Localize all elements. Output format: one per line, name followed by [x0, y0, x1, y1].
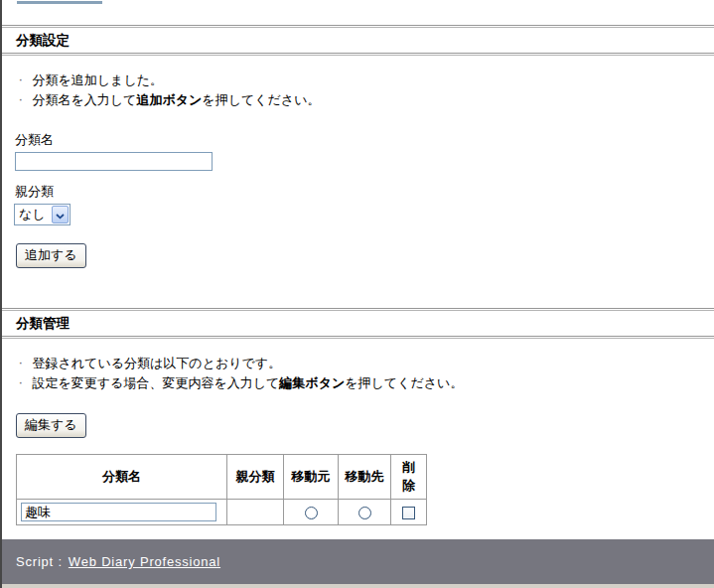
category-name-input[interactable]	[15, 152, 213, 171]
section-rule	[0, 336, 714, 339]
row-category-name-input[interactable]	[21, 503, 216, 521]
notice-text-bold: 編集ボタン	[279, 375, 345, 390]
page: { "bullet": "･", "section_add": { "title…	[0, 0, 714, 588]
cell-category-name	[17, 500, 227, 525]
move-destination-radio[interactable]	[358, 507, 371, 519]
section-rule	[0, 25, 714, 28]
header-move-destination: 移動先	[339, 455, 391, 500]
cell-parent-category	[227, 500, 284, 525]
section-rule	[0, 53, 714, 56]
table-row	[17, 500, 427, 525]
cell-move-source	[284, 500, 339, 525]
footer-script-label: Script :	[16, 554, 63, 569]
header-category-name: 分類名	[17, 455, 227, 500]
table-header-row: 分類名 親分類 移動元 移動先 削除	[17, 455, 427, 500]
header-move-source: 移動元	[284, 455, 339, 500]
manage-section-notices: ･登録されている分類は以下のとおりです。 ･設定を変更する場合、変更内容を入力し…	[18, 354, 714, 393]
header-parent-category: 親分類	[227, 455, 284, 500]
bullet-icon: ･	[18, 94, 24, 106]
section-title-add: 分類設定	[16, 32, 714, 49]
add-section-notices: ･分類を追加しました。 ･分類名を入力して追加ボタンを押してください。	[18, 71, 714, 110]
footer: Script : Web Diary Professional	[0, 539, 714, 588]
cell-delete	[391, 500, 427, 525]
category-table: 分類名 親分類 移動元 移動先 削除	[16, 454, 427, 525]
cell-move-destination	[339, 500, 391, 525]
notice-text: を押してください。	[202, 92, 320, 107]
notice-text: 分類を追加しました。	[33, 73, 164, 87]
delete-checkbox[interactable]	[402, 507, 415, 519]
notice-text: を押してください。	[345, 375, 463, 390]
edit-button[interactable]: 編集する	[16, 413, 86, 438]
window-left-edge	[0, 0, 2, 588]
notice-text: 登録されている分類は以下のとおりです。	[33, 356, 282, 370]
footer-bottom-strip	[0, 584, 714, 588]
notice-instruction: ･分類名を入力して追加ボタンを押してください。	[18, 90, 714, 110]
bullet-icon: ･	[18, 358, 24, 369]
notice-text: 分類名を入力して	[33, 92, 137, 107]
move-source-radio[interactable]	[305, 507, 318, 519]
footer-bar: Script : Web Diary Professional	[0, 539, 714, 584]
add-button[interactable]: 追加する	[16, 243, 86, 268]
parent-category-selected-value: なし	[15, 206, 51, 223]
notice-registered: ･登録されている分類は以下のとおりです。	[18, 354, 714, 373]
notice-text-bold: 追加ボタン	[136, 92, 202, 107]
header-delete: 削除	[391, 455, 427, 500]
category-name-label: 分類名	[15, 131, 714, 149]
chevron-down-icon	[56, 208, 65, 222]
bullet-icon: ･	[18, 377, 24, 389]
parent-category-label: 親分類	[15, 183, 714, 201]
notice-edit-instruction: ･設定を変更する場合、変更内容を入力して編集ボタンを押してください。	[18, 373, 714, 393]
section-title-manage: 分類管理	[16, 315, 714, 332]
footer-script-link[interactable]: Web Diary Professional	[69, 554, 220, 569]
notice-text: 設定を変更する場合、変更内容を入力して	[33, 375, 280, 390]
notice-added: ･分類を追加しました。	[18, 71, 714, 90]
select-dropdown-button[interactable]	[52, 206, 69, 223]
top-partial-link[interactable]	[17, 1, 102, 4]
section-rule	[0, 308, 714, 311]
bullet-icon: ･	[18, 74, 24, 86]
parent-category-select[interactable]: なし	[14, 204, 71, 225]
